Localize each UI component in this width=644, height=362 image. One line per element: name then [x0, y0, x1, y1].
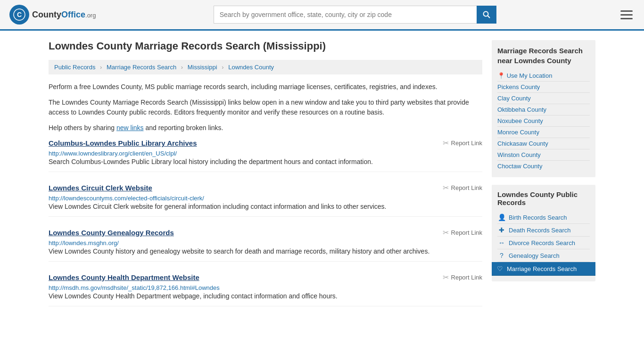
record-links: 👤Birth Records Search✚Death Records Sear… [497, 211, 590, 276]
result-header: Lowndes County Genealogy Records ✂ Repor… [49, 228, 482, 237]
result-item: Lowndes County Health Department Website… [49, 273, 482, 306]
nearby-county-link[interactable]: Winston County [497, 149, 590, 161]
result-title[interactable]: Lowndes County Genealogy Records [49, 229, 174, 237]
search-input[interactable] [214, 6, 477, 24]
result-header: Columbus-Lowndes Public Library Archives… [49, 139, 482, 148]
nearby-county-link[interactable]: Noxubee County [497, 115, 590, 127]
nearby-county-link[interactable]: Monroe County [497, 127, 590, 138]
main-container: Lowndes County Marriage Records Search (… [39, 31, 605, 327]
record-icon: 👤 [497, 214, 506, 221]
results-container: Columbus-Lowndes Public Library Archives… [49, 139, 482, 306]
breadcrumb: Public Records › Marriage Records Search… [49, 60, 482, 74]
result-title[interactable]: Lowndes Circuit Clerk Website [49, 184, 152, 192]
breadcrumb-sep-1: › [100, 64, 102, 71]
result-title[interactable]: Lowndes County Health Department Website [49, 273, 199, 281]
nearby-county-link[interactable]: Oktibbeha County [497, 104, 590, 115]
record-icon: ✚ [497, 226, 506, 234]
report-link[interactable]: ✂ Report Link [443, 139, 482, 148]
scissors-icon: ✂ [443, 139, 449, 148]
logo-text-area: CountyOffice.org [32, 10, 96, 20]
record-link[interactable]: 👤Birth Records Search [497, 211, 590, 224]
nearby-county-link[interactable]: Clay County [497, 93, 590, 104]
breadcrumb-lowndes[interactable]: Lowndes County [228, 64, 274, 71]
report-link[interactable]: ✂ Report Link [443, 228, 482, 237]
header: C CountyOffice.org [0, 0, 644, 31]
result-header: Lowndes County Health Department Website… [49, 273, 482, 282]
logo-county: County [32, 10, 61, 19]
use-my-location-link[interactable]: 📍 Use My Location [497, 70, 590, 82]
page-title: Lowndes County Marriage Records Search (… [49, 40, 482, 52]
result-description: View Lowndes Circuit Clerk website for g… [49, 202, 482, 212]
scissors-icon: ✂ [443, 228, 449, 237]
nearby-county-link[interactable]: Pickens County [497, 82, 590, 93]
report-link[interactable]: ✂ Report Link [443, 183, 482, 192]
record-link[interactable]: ✚Death Records Search [497, 224, 590, 237]
record-link[interactable]: ♡Marriage Records Search [492, 262, 595, 276]
record-link[interactable]: ↔Divorce Records Search [497, 237, 590, 249]
use-my-location-label: Use My Location [507, 72, 553, 79]
logo-icon: C [9, 5, 29, 25]
breadcrumb-marriage-records[interactable]: Marriage Records Search [107, 64, 176, 71]
record-label: Divorce Records Search [509, 239, 575, 247]
desc3-prefix: Help others by sharing [49, 124, 116, 132]
sidebar: Marriage Records Search near Lowndes Cou… [492, 40, 595, 318]
record-icon: ♡ [495, 265, 504, 272]
result-description: View Lowndes County Health Department we… [49, 291, 482, 301]
record-label: Genealogy Search [509, 252, 560, 259]
search-button[interactable] [477, 6, 496, 24]
result-url[interactable]: http://msdh.ms.gov/msdhsite/_static/19,8… [49, 284, 220, 291]
result-url[interactable]: http://lowndes.msghn.org/ [49, 239, 119, 247]
breadcrumb-public-records[interactable]: Public Records [54, 64, 95, 71]
breadcrumb-sep-3: › [222, 64, 223, 71]
result-description: Search Columbus-Lowndes Public Library l… [49, 157, 482, 167]
nearby-title: Marriage Records Search near Lowndes Cou… [497, 46, 590, 66]
public-records-title: Lowndes County Public Records [497, 190, 590, 206]
record-label: Death Records Search [509, 227, 571, 234]
logo-office: Office [61, 10, 85, 19]
result-item: Lowndes County Genealogy Records ✂ Repor… [49, 228, 482, 262]
scissors-icon: ✂ [443, 273, 449, 282]
new-links-link[interactable]: new links [116, 124, 144, 132]
nearby-counties: Pickens CountyClay CountyOktibbeha Count… [497, 82, 590, 172]
menu-button[interactable] [619, 8, 635, 21]
svg-text:C: C [17, 11, 22, 18]
description-1: Perform a free Lowndes County, MS public… [49, 82, 482, 92]
search-area [214, 6, 496, 24]
nearby-county-link[interactable]: Choctaw County [497, 161, 590, 172]
breadcrumb-mississippi[interactable]: Mississippi [188, 64, 217, 71]
report-link[interactable]: ✂ Report Link [443, 273, 482, 282]
result-header: Lowndes Circuit Clerk Website ✂ Report L… [49, 183, 482, 192]
svg-line-3 [487, 16, 490, 18]
record-icon: ↔ [497, 239, 506, 247]
search-icon [483, 11, 490, 18]
svg-point-2 [483, 12, 488, 16]
result-item: Columbus-Lowndes Public Library Archives… [49, 139, 482, 172]
logo-link[interactable]: C CountyOffice.org [9, 5, 96, 25]
result-url[interactable]: http://www.lowndeslibrary.org/client/en_… [49, 150, 177, 157]
scissors-icon: ✂ [443, 183, 449, 192]
location-icon: 📍 [497, 72, 505, 79]
description-2: The Lowndes County Marriage Records Sear… [49, 98, 482, 117]
nearby-county-link[interactable]: Chickasaw County [497, 138, 590, 149]
desc3-suffix: and reporting broken links. [144, 124, 223, 132]
result-description: View Lowndes County history and genealog… [49, 247, 482, 256]
record-label: Marriage Records Search [507, 265, 577, 272]
hamburger-icon [620, 10, 633, 19]
description-3: Help others by sharing new links and rep… [49, 123, 482, 133]
result-url[interactable]: http://lowndescountyms.com/elected-offic… [49, 195, 204, 202]
content-area: Lowndes County Marriage Records Search (… [49, 40, 482, 318]
nearby-section: Marriage Records Search near Lowndes Cou… [492, 40, 595, 177]
result-item: Lowndes Circuit Clerk Website ✂ Report L… [49, 183, 482, 217]
breadcrumb-sep-2: › [181, 64, 183, 71]
public-records-section: Lowndes County Public Records 👤Birth Rec… [492, 185, 595, 281]
record-label: Birth Records Search [509, 214, 567, 221]
record-link[interactable]: ?Genealogy Search [497, 249, 590, 262]
logo-dotorg: .org [85, 12, 96, 19]
result-title[interactable]: Columbus-Lowndes Public Library Archives [49, 139, 197, 147]
record-icon: ? [497, 252, 506, 259]
